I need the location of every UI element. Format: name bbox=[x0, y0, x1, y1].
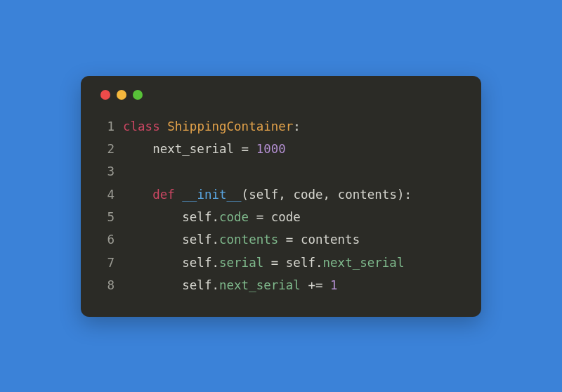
token: 1 bbox=[330, 278, 338, 292]
line-number: 4 bbox=[98, 183, 115, 206]
token bbox=[123, 233, 182, 247]
code-line[interactable]: 2 next_serial = 1000 bbox=[98, 138, 464, 160]
token: __init__ bbox=[182, 188, 241, 202]
token: self bbox=[182, 210, 211, 224]
token: . bbox=[211, 256, 219, 270]
line-number: 8 bbox=[98, 274, 115, 296]
token: next_serial bbox=[219, 278, 301, 292]
line-content[interactable]: def __init__(self, code, contents): bbox=[123, 183, 412, 206]
line-content[interactable] bbox=[123, 160, 131, 183]
token: self bbox=[182, 278, 211, 292]
line-content[interactable]: class ShippingContainer: bbox=[123, 115, 301, 138]
token: code bbox=[219, 210, 249, 224]
token: self bbox=[182, 256, 211, 270]
token: contents bbox=[338, 188, 397, 202]
token bbox=[123, 256, 182, 270]
token: , bbox=[323, 188, 338, 202]
token: code bbox=[293, 188, 322, 202]
token bbox=[123, 142, 152, 156]
line-number: 5 bbox=[98, 206, 115, 228]
token: ): bbox=[397, 188, 412, 202]
code-line[interactable]: 7 self.serial = self.next_serial bbox=[98, 251, 464, 274]
line-content[interactable]: self.contents = contents bbox=[123, 228, 360, 251]
token: contents bbox=[219, 233, 278, 247]
token: , bbox=[278, 188, 293, 202]
line-content[interactable]: self.next_serial += 1 bbox=[123, 274, 338, 296]
code-line[interactable]: 3 bbox=[98, 160, 464, 183]
token: ShippingContainer bbox=[167, 119, 293, 133]
token: self bbox=[249, 188, 278, 202]
code-line[interactable]: 6 self.contents = contents bbox=[98, 228, 464, 251]
token: serial bbox=[219, 256, 263, 270]
token: self bbox=[286, 256, 315, 270]
line-content[interactable]: self.code = code bbox=[123, 206, 301, 228]
token: = bbox=[263, 256, 286, 270]
token bbox=[123, 210, 182, 224]
line-number: 2 bbox=[98, 138, 115, 160]
token: = code bbox=[249, 210, 301, 224]
token: next_serial bbox=[152, 142, 234, 156]
line-number: 6 bbox=[98, 228, 115, 251]
minimize-icon[interactable] bbox=[117, 90, 126, 100]
token: next_serial bbox=[323, 256, 405, 270]
code-line[interactable]: 1class ShippingContainer: bbox=[98, 115, 464, 138]
token: self bbox=[182, 233, 211, 247]
line-number: 7 bbox=[98, 251, 115, 274]
line-content[interactable]: next_serial = 1000 bbox=[123, 138, 286, 160]
line-content[interactable]: self.serial = self.next_serial bbox=[123, 251, 404, 274]
token bbox=[175, 188, 183, 202]
token: class bbox=[123, 119, 160, 133]
token bbox=[123, 164, 131, 178]
token: . bbox=[211, 278, 219, 292]
token: ( bbox=[242, 188, 249, 202]
token bbox=[123, 278, 182, 292]
code-line[interactable]: 5 self.code = code bbox=[98, 206, 464, 228]
token: . bbox=[211, 233, 219, 247]
token: += bbox=[301, 278, 330, 292]
token: : bbox=[293, 119, 301, 133]
code-area[interactable]: 1class ShippingContainer:2 next_serial =… bbox=[98, 115, 464, 297]
token bbox=[123, 188, 152, 202]
maximize-icon[interactable] bbox=[133, 90, 143, 100]
code-line[interactable]: 8 self.next_serial += 1 bbox=[98, 274, 464, 296]
line-number: 3 bbox=[98, 160, 115, 183]
token: def bbox=[152, 188, 175, 202]
token: . bbox=[315, 256, 323, 270]
token: 1000 bbox=[256, 142, 286, 156]
token: = bbox=[234, 142, 256, 156]
close-icon[interactable] bbox=[100, 90, 110, 100]
code-line[interactable]: 4 def __init__(self, code, contents): bbox=[98, 183, 464, 206]
line-number: 1 bbox=[98, 115, 115, 138]
editor-window: 1class ShippingContainer:2 next_serial =… bbox=[81, 76, 481, 317]
token: . bbox=[211, 210, 219, 224]
titlebar bbox=[98, 90, 464, 100]
token bbox=[160, 119, 168, 133]
token: = contents bbox=[278, 233, 360, 247]
